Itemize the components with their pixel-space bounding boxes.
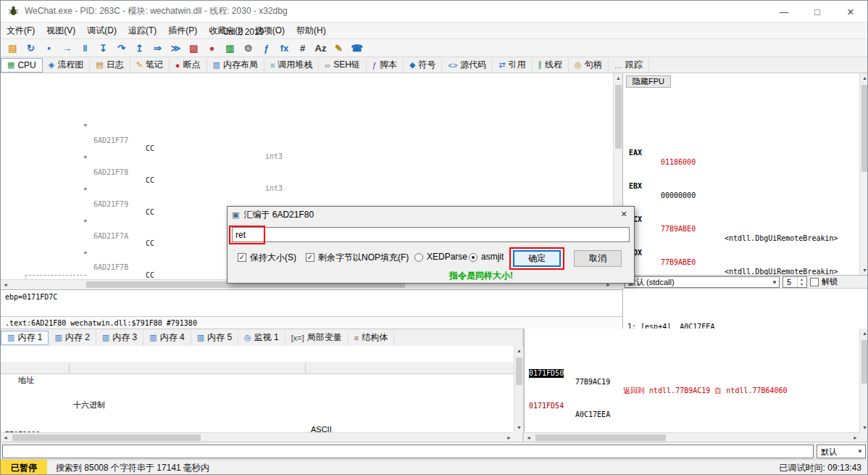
stack-row[interactable]: 0171FD58 77B9ABE0 ntdll.77B9ABE0	[525, 426, 860, 432]
tab-trace[interactable]: …跟踪	[609, 58, 649, 73]
dump-hscrollbar[interactable]: ◄ ►	[1, 432, 514, 442]
breakpoint-gutter-dot[interactable]: ●	[84, 153, 87, 161]
register-row[interactable]: ECX 77B9ABE0 <ntdll.DbgUiRemoteBreakin>	[623, 205, 868, 215]
close-button[interactable]: ✕	[834, 1, 867, 22]
xedparse-label[interactable]: XEDParse	[427, 252, 467, 262]
scroll-down-icon[interactable]: ▼	[860, 423, 868, 432]
stack-vscrollbar[interactable]: ▲ ▼	[859, 329, 868, 432]
scroll-up-icon[interactable]: ▲	[860, 329, 868, 338]
scroll-left-icon[interactable]: ◄	[524, 433, 533, 442]
tab-locals[interactable]: [x=]局部变量	[285, 331, 349, 345]
step-out-icon[interactable]: ↥	[130, 40, 149, 56]
strings-icon[interactable]: Az	[312, 40, 330, 56]
menu-help[interactable]: 帮助(H)	[291, 22, 332, 39]
tab-dump-2[interactable]: ▥内存 2	[49, 331, 96, 345]
notes-icon[interactable]: ✎	[330, 40, 348, 56]
step-into-icon[interactable]: ↧	[94, 40, 112, 56]
breakpoint-gutter-dot[interactable]: ●	[84, 185, 87, 193]
tab-threads[interactable]: ∥线程	[533, 58, 569, 73]
scroll-down-icon[interactable]: ▼	[514, 423, 524, 432]
disasm-row[interactable]: ● 6AD21F77 CC int3	[1, 121, 613, 129]
tab-references[interactable]: ⇄引用	[493, 58, 532, 73]
minimize-button[interactable]: —	[767, 1, 801, 22]
menu-plugins[interactable]: 插件(P)	[162, 22, 203, 39]
tab-seh[interactable]: ∞SEH链	[319, 58, 367, 73]
command-script-select[interactable]: 默认▼	[817, 445, 866, 458]
scroll-right-icon[interactable]: ►	[851, 433, 860, 442]
breakpoint-gutter-dot[interactable]: ●	[84, 217, 87, 225]
scroll-down-icon[interactable]: ▼	[860, 265, 868, 275]
memory-dump-pane[interactable]: 地址 十六进制 ASCII 77AF1000 16 00 18 48 C0 8B…	[1, 346, 514, 432]
stack-pane[interactable]: 0171FD50 77B9AC19 返回到 ntdll.77B9AC19 自 n…	[524, 329, 860, 432]
menu-debug[interactable]: 调试(D)	[81, 22, 122, 39]
tab-breakpoints[interactable]: ●断点	[170, 58, 207, 73]
open-file-icon[interactable]: ▤	[4, 40, 22, 56]
scroll-up-icon[interactable]: ▲	[514, 346, 524, 355]
xedparse-radio[interactable]	[414, 253, 423, 262]
script-icon[interactable]: ƒ	[257, 40, 275, 56]
phone-icon[interactable]: ☎	[348, 40, 366, 56]
tab-graph[interactable]: ◈流程图	[43, 58, 90, 73]
dump-row[interactable]: 77AF1000 16 00 18 48 C0 8B AF 77 14 00 1…	[1, 422, 514, 431]
stack-hscrollbar[interactable]: ◄ ►	[524, 432, 860, 442]
tab-struct[interactable]: ≡结构体	[349, 331, 394, 345]
command-input[interactable]	[2, 445, 814, 458]
breakpoint-gutter-dot[interactable]: ●	[84, 121, 87, 129]
registers-vscrollbar[interactable]: ▲ ▼	[859, 73, 868, 275]
register-value[interactable]: 77B9ABE0	[661, 257, 696, 267]
stop-icon[interactable]: ▪	[40, 40, 58, 56]
scroll-up-icon[interactable]: ▲	[860, 73, 868, 83]
register-value[interactable]: 01186000	[661, 157, 696, 167]
dialog-close-icon[interactable]: ✕	[617, 208, 631, 220]
register-row[interactable]: EAX 01186000	[623, 139, 868, 148]
fill-nop-checkbox[interactable]: ✓	[306, 253, 314, 262]
register-row[interactable]: EDX 77B9ABE0 <ntdll.DbgUiRemoteBreakin>	[623, 239, 868, 248]
stack-row[interactable]: 0171FD54 A0C17EEA	[525, 393, 860, 402]
register-value[interactable]: 00000000	[661, 191, 696, 200]
scroll-right-icon[interactable]: ►	[504, 433, 514, 442]
menu-view[interactable]: 视图(V)	[41, 22, 81, 39]
cancel-button[interactable]: 取消	[574, 250, 622, 267]
unlock-checkbox[interactable]: 解锁	[810, 276, 838, 287]
calculator-icon[interactable]: fx	[275, 40, 293, 56]
tab-log[interactable]: ▤日志	[90, 58, 130, 73]
checkbox-icon[interactable]	[810, 278, 819, 286]
tab-notes[interactable]: ✎笔记	[130, 58, 170, 73]
fill-nop-label[interactable]: 剩余字节以NOP填充(F)	[318, 252, 409, 264]
asmjit-radio[interactable]	[469, 253, 477, 262]
settings-icon[interactable]: ⚙	[239, 40, 257, 56]
register-row[interactable]: EBX 00000000	[623, 172, 868, 181]
register-value[interactable]: 77B9ABE0	[661, 224, 696, 234]
tab-handles[interactable]: ◎句柄	[569, 58, 609, 73]
asmjit-label[interactable]: asmjit	[481, 252, 504, 262]
hash-icon[interactable]: #	[293, 40, 312, 56]
hide-fpu-button[interactable]: 隐藏FPU	[626, 75, 671, 88]
spinner-arrows-icon[interactable]: ▴▾	[797, 277, 806, 287]
keep-size-checkbox[interactable]: ✓	[238, 253, 246, 262]
menu-trace[interactable]: 追踪(T)	[122, 22, 162, 39]
args-list[interactable]: 1: [esp+4] A0C17EEA 2: [esp+8] 77B9ABE0 …	[622, 289, 868, 329]
assemble-instruction-input[interactable]	[232, 227, 630, 242]
run-icon[interactable]: →	[58, 40, 76, 56]
run-to-user-code-icon[interactable]: ⇒	[149, 40, 167, 56]
scroll-up-icon[interactable]: ▲	[614, 73, 623, 83]
scroll-left-icon[interactable]: ◄	[1, 433, 10, 442]
menu-file[interactable]: 文件(F)	[1, 22, 41, 39]
memory-map-icon[interactable]: ▥	[221, 40, 239, 56]
dialog-title-bar[interactable]: ▣ 汇编于 6AD21F80 ✕	[228, 207, 634, 223]
breakpoints-icon[interactable]: ●	[203, 40, 221, 56]
tab-dump-3[interactable]: ▥内存 3	[96, 331, 143, 345]
tab-watch-1[interactable]: ◎监视 1	[238, 331, 285, 345]
breakpoint-gutter-dot[interactable]: ●	[84, 249, 87, 257]
scroll-left-icon[interactable]: ◄	[1, 280, 10, 289]
tab-call-stack[interactable]: ≡调用堆栈	[264, 58, 319, 73]
dump-vscrollbar[interactable]: ▲ ▼	[514, 346, 523, 432]
tab-symbols[interactable]: ◆符号	[404, 58, 442, 73]
pause-icon[interactable]: ‖	[76, 40, 94, 56]
keep-size-label[interactable]: 保持大小(S)	[250, 252, 296, 264]
disasm-row[interactable]: ● 6AD21F78 CC int3	[1, 153, 613, 161]
animate-icon[interactable]: ≫	[167, 40, 185, 56]
tab-source[interactable]: <>源代码	[442, 58, 493, 73]
patch-icon[interactable]: ▨	[185, 40, 203, 56]
args-count-spinner[interactable]: 5▴▾	[783, 276, 807, 288]
